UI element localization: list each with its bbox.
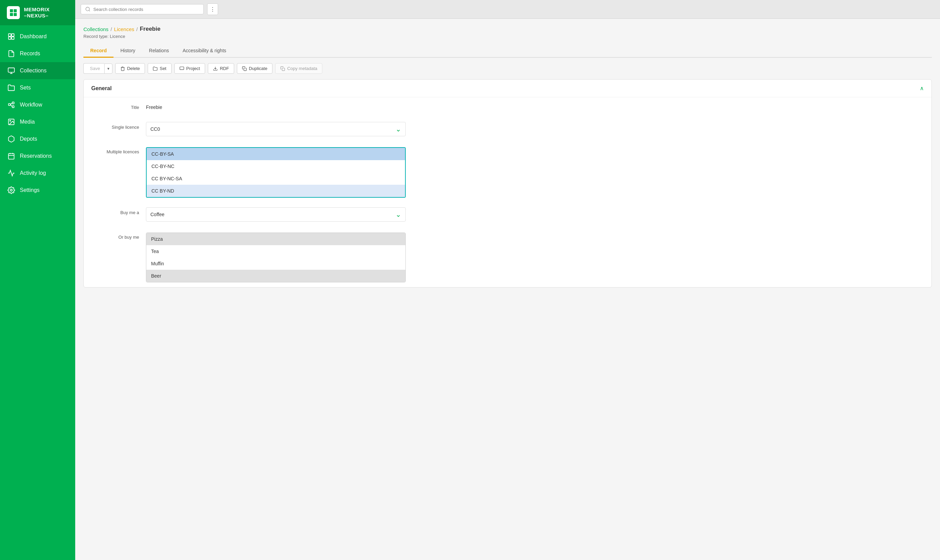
- sidebar-label-collections: Collections: [20, 68, 46, 74]
- svg-line-24: [89, 10, 90, 11]
- single-licence-value: CC0: [150, 126, 160, 132]
- tabs-bar: Record History Relations Accessibility &…: [83, 45, 932, 58]
- svg-rect-12: [12, 102, 14, 104]
- svg-rect-5: [12, 34, 14, 36]
- set-icon: [153, 66, 157, 71]
- breadcrumb-collections[interactable]: Collections: [83, 26, 108, 32]
- section-header: General ∧: [84, 80, 931, 97]
- sidebar-item-activity-log[interactable]: Activity log: [0, 165, 75, 182]
- sidebar-item-settings[interactable]: Settings: [0, 182, 75, 199]
- topbar: ⋮: [75, 0, 940, 19]
- topbar-more-button[interactable]: ⋮: [207, 3, 218, 15]
- duplicate-icon: [242, 66, 247, 71]
- buy-me-a-dropdown[interactable]: Coffee ⌄: [146, 207, 406, 222]
- svg-line-15: [10, 105, 12, 106]
- sidebar-item-sets[interactable]: Sets: [0, 79, 75, 96]
- multi-select-item-cc-by-sa[interactable]: CC-BY-SA: [147, 148, 405, 160]
- sidebar-item-workflow[interactable]: Workflow: [0, 96, 75, 113]
- buy-item-tea[interactable]: Tea: [146, 245, 405, 257]
- section-collapse-button[interactable]: ∧: [920, 85, 924, 92]
- search-bar[interactable]: [81, 4, 204, 14]
- breadcrumb-sep-1: /: [110, 26, 112, 32]
- title-field-text: Freebie: [146, 102, 406, 112]
- record-type-label: Record type: Licence: [83, 34, 932, 39]
- svg-rect-13: [12, 106, 14, 108]
- multi-select-item-cc-by-nc-sa[interactable]: CC BY-NC-SA: [147, 172, 405, 185]
- svg-rect-28: [282, 68, 285, 71]
- save-dropdown-button[interactable]: ▾: [104, 63, 113, 74]
- logo-text: MEMORIX –NEXUS–: [24, 6, 49, 19]
- buy-item-muffin[interactable]: Muffin: [146, 257, 405, 270]
- copy-metadata-icon: [280, 66, 285, 71]
- svg-point-17: [9, 120, 11, 121]
- svg-point-23: [86, 7, 90, 11]
- svg-rect-3: [14, 13, 17, 16]
- sidebar-item-reservations[interactable]: Reservations: [0, 148, 75, 165]
- sidebar-label-dashboard: Dashboard: [20, 34, 46, 40]
- svg-rect-8: [8, 68, 14, 72]
- tab-relations[interactable]: Relations: [142, 45, 176, 58]
- sidebar-label-depots: Depots: [20, 136, 37, 142]
- svg-rect-2: [10, 13, 13, 16]
- buy-me-a-label: Buy me a: [91, 207, 139, 215]
- svg-rect-1: [14, 9, 17, 12]
- delete-button[interactable]: Delete: [115, 63, 145, 74]
- general-section: General ∧ Title Freebie Single licence C…: [83, 79, 932, 288]
- tab-accessibility[interactable]: Accessibility & rights: [176, 45, 233, 58]
- svg-rect-18: [9, 154, 14, 160]
- buy-me-a-value: Coffee: [150, 212, 164, 217]
- multiple-licences-label: Multiple licences: [91, 146, 139, 154]
- sidebar-label-records: Records: [20, 51, 40, 57]
- project-icon: [179, 66, 184, 71]
- sidebar-item-collections[interactable]: Collections: [0, 62, 75, 79]
- sidebar-item-media[interactable]: Media: [0, 113, 75, 131]
- main-content: ⋮ Collections / Licences / Freebie Recor…: [75, 0, 940, 560]
- content-area: Collections / Licences / Freebie Record …: [75, 19, 940, 560]
- breadcrumb: Collections / Licences / Freebie: [83, 26, 932, 32]
- multi-select-item-cc-by-nd[interactable]: CC BY-ND: [147, 185, 405, 197]
- svg-rect-7: [12, 37, 14, 39]
- svg-rect-27: [244, 68, 247, 71]
- tab-history[interactable]: History: [113, 45, 142, 58]
- sidebar-logo: MEMORIX –NEXUS–: [0, 0, 75, 25]
- sidebar-label-activity-log: Activity log: [20, 170, 46, 176]
- search-input[interactable]: [93, 7, 199, 12]
- project-button[interactable]: Project: [174, 63, 205, 74]
- sidebar-label-settings: Settings: [20, 187, 40, 193]
- save-button[interactable]: Save: [83, 63, 104, 74]
- tab-record[interactable]: Record: [83, 45, 113, 58]
- title-label: Title: [91, 102, 139, 110]
- copy-metadata-button[interactable]: Copy metadata: [275, 63, 323, 74]
- buy-item-pizza[interactable]: Pizza: [146, 233, 405, 245]
- multiple-licences-field: CC-BY-SA CC-BY-NC CC BY-NC-SA CC BY-ND: [146, 146, 406, 198]
- svg-rect-11: [9, 103, 11, 106]
- sidebar-label-sets: Sets: [20, 85, 31, 91]
- multi-select-list[interactable]: CC-BY-SA CC-BY-NC CC BY-NC-SA CC BY-ND: [146, 147, 406, 198]
- sidebar-label-reservations: Reservations: [20, 153, 52, 159]
- svg-point-22: [10, 189, 12, 191]
- breadcrumb-licences[interactable]: Licences: [114, 26, 134, 32]
- rdf-icon: [213, 66, 218, 71]
- search-icon: [85, 6, 91, 12]
- duplicate-button[interactable]: Duplicate: [237, 63, 272, 74]
- buy-item-beer[interactable]: Beer: [146, 270, 405, 282]
- title-value: Freebie: [146, 102, 406, 112]
- single-licence-dropdown[interactable]: CC0 ⌄: [146, 122, 406, 136]
- multiple-licences-field-row: Multiple licences CC-BY-SA CC-BY-NC CC B…: [84, 141, 931, 203]
- chevron-down-icon: ⌄: [395, 125, 401, 133]
- single-licence-display[interactable]: CC0 ⌄: [146, 122, 406, 136]
- sidebar-item-dashboard[interactable]: Dashboard: [0, 28, 75, 45]
- sidebar: MEMORIX –NEXUS– Dashboard Records: [0, 0, 75, 560]
- multi-select-item-cc-by-nc[interactable]: CC-BY-NC: [147, 160, 405, 172]
- sidebar-item-depots[interactable]: Depots: [0, 131, 75, 148]
- or-buy-me-field: Pizza Tea Muffin Beer: [146, 231, 406, 282]
- svg-rect-0: [10, 9, 13, 12]
- rdf-button[interactable]: RDF: [208, 63, 234, 74]
- set-button[interactable]: Set: [148, 63, 171, 74]
- buy-me-a-display[interactable]: Coffee ⌄: [146, 207, 406, 222]
- delete-icon: [120, 66, 125, 71]
- sidebar-item-records[interactable]: Records: [0, 45, 75, 62]
- buy-dropdown-list[interactable]: Pizza Tea Muffin Beer: [146, 232, 406, 282]
- sidebar-label-media: Media: [20, 119, 35, 125]
- toolbar: Save ▾ Delete Set: [83, 63, 932, 74]
